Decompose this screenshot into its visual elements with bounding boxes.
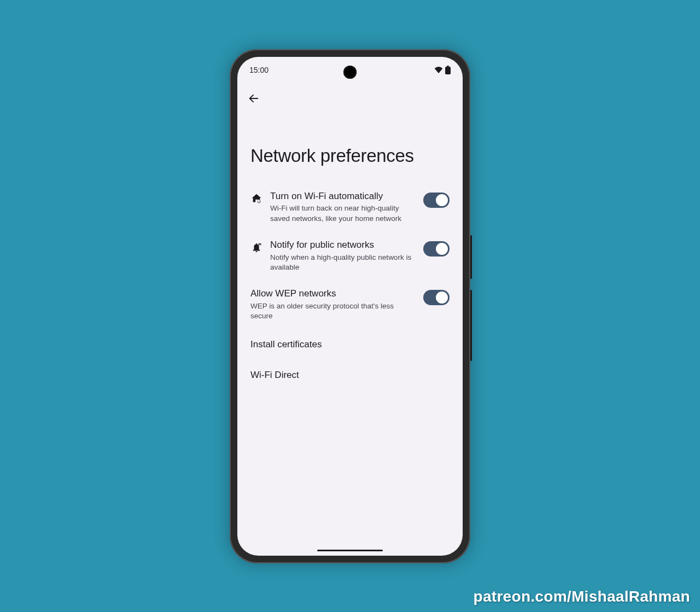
setting-desc: WEP is an older security protocol that's… [250,301,416,321]
app-bar [237,79,463,109]
setting-title: Wi-Fi Direct [250,370,450,381]
camera-punch-hole [343,66,357,79]
toggle-notify-public[interactable] [423,241,450,257]
home-refresh-icon [250,193,262,205]
wifi-icon [434,67,443,73]
bell-wifi-icon [250,241,262,253]
watermark-credit: patreon.com/MishaalRahman [474,588,690,605]
status-icons [434,66,451,74]
setting-install-certificates[interactable]: Install certificates [250,329,450,360]
setting-title: Turn on Wi-Fi automatically [270,190,416,203]
setting-text: Allow WEP networks WEP is an older secur… [250,288,416,321]
setting-text: Notify for public networks Notify when a… [270,239,416,272]
page-title: Network preferences [237,109,463,183]
setting-desc: Notify when a high-quality public networ… [270,253,416,272]
toggle-allow-wep[interactable] [423,290,450,305]
settings-list: Turn on Wi-Fi automatically Wi-Fi will t… [237,183,463,390]
status-time: 15:00 [249,66,269,74]
svg-rect-1 [447,66,449,67]
setting-title: Allow WEP networks [250,288,416,300]
setting-title: Notify for public networks [270,239,416,252]
gesture-nav-bar[interactable] [317,550,383,551]
setting-notify-public[interactable]: Notify for public networks Notify when a… [250,231,450,280]
setting-title: Install certificates [250,339,450,350]
arrow-back-icon [248,92,260,104]
setting-wifi-direct[interactable]: Wi-Fi Direct [250,360,450,390]
phone-frame: 15:00 Network preferences Turn on Wi-Fi … [230,49,470,563]
setting-auto-wifi[interactable]: Turn on Wi-Fi automatically Wi-Fi will t… [250,183,450,231]
toggle-auto-wifi[interactable] [423,193,450,208]
setting-allow-wep[interactable]: Allow WEP networks WEP is an older secur… [250,280,450,329]
screen: 15:00 Network preferences Turn on Wi-Fi … [237,57,463,556]
setting-desc: Wi-Fi will turn back on near high-qualit… [270,203,416,223]
back-button[interactable] [243,88,265,109]
battery-icon [445,66,451,74]
svg-rect-0 [445,67,451,74]
setting-text: Turn on Wi-Fi automatically Wi-Fi will t… [270,190,416,224]
